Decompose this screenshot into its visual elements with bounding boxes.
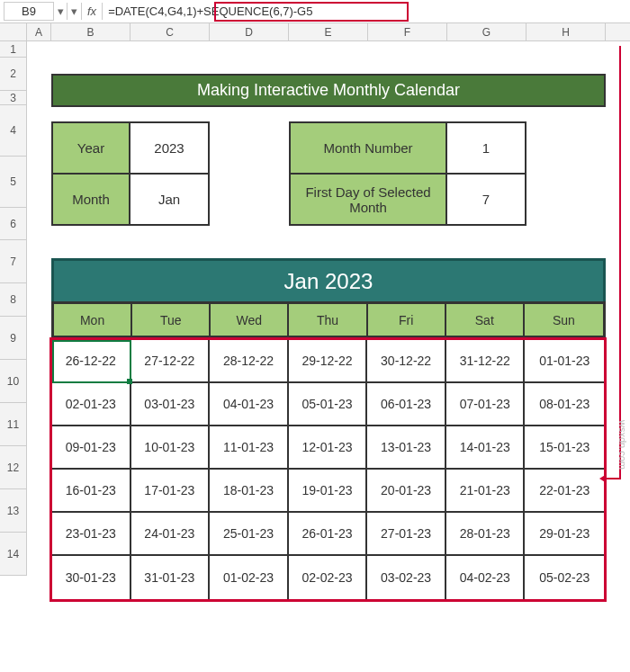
calendar-cell[interactable]: 14-01-23 [446, 426, 526, 470]
calendar-cell[interactable]: 28-12-22 [210, 340, 289, 383]
calendar-cell[interactable]: 22-01-23 [525, 470, 604, 513]
col-header-B[interactable]: B [51, 23, 130, 40]
day-head-tue: Tue [132, 304, 211, 336]
row-header-5[interactable]: 5 [0, 157, 27, 208]
calendar-cell[interactable]: 30-01-23 [52, 556, 131, 599]
calendar-cell[interactable]: 01-02-23 [210, 556, 289, 599]
row-header-3[interactable]: 3 [0, 91, 27, 105]
row-header-9[interactable]: 9 [0, 317, 27, 360]
calendar-cell[interactable]: 26-12-22 [52, 340, 131, 383]
row-header-14[interactable]: 14 [0, 533, 27, 576]
select-all[interactable] [0, 23, 27, 40]
calendar-cell[interactable]: 25-01-23 [210, 513, 289, 556]
month-value[interactable]: Jan [130, 175, 208, 224]
row-header-4[interactable]: 4 [0, 105, 27, 157]
row-header-6[interactable]: 6 [0, 208, 27, 240]
month-number-label: Month Number [291, 123, 447, 173]
calendar-cell[interactable]: 12-01-23 [289, 426, 368, 470]
calendar-cell[interactable]: 27-12-22 [131, 340, 211, 383]
calendar-cell[interactable]: 07-01-23 [446, 383, 526, 426]
calendar-cell[interactable]: 06-01-23 [367, 383, 446, 426]
formula-cancel-icon[interactable]: ▾ [67, 3, 82, 20]
calendar-cell[interactable]: 21-01-23 [446, 470, 526, 513]
calendar-cell[interactable]: 01-01-23 [525, 340, 604, 383]
row-header-11[interactable]: 11 [0, 403, 27, 446]
calendar-cell[interactable]: 11-01-23 [210, 426, 289, 470]
calendar-cell[interactable]: 04-01-23 [210, 383, 289, 426]
info-table-2: Month Number 1 First Day of Selected Mon… [289, 121, 526, 226]
calendar-cell[interactable]: 28-01-23 [446, 513, 526, 556]
day-head-thu: Thu [289, 304, 367, 336]
row-header-13[interactable]: 13 [0, 489, 27, 533]
first-day-label: First Day of Selected Month [291, 175, 447, 224]
calendar-cell[interactable]: 31-12-22 [446, 340, 526, 383]
year-value[interactable]: 2023 [130, 123, 208, 173]
calendar-cell[interactable]: 05-01-23 [289, 383, 368, 426]
info-table-1: Year 2023 Month Jan [51, 121, 210, 226]
calendar-cell[interactable]: 02-01-23 [52, 383, 131, 426]
calendar-cell[interactable]: 17-01-23 [131, 470, 211, 513]
day-head-sat: Sat [446, 304, 525, 336]
column-headers: A B C D E F G H [0, 23, 630, 41]
calendar-cell[interactable]: 05-02-23 [525, 556, 604, 599]
row-header-8[interactable]: 8 [0, 283, 27, 317]
calendar-cell[interactable]: 03-01-23 [131, 383, 211, 426]
calendar-cell[interactable]: 27-01-23 [367, 513, 446, 556]
name-box[interactable]: B9 [4, 2, 54, 21]
calendar-cell[interactable]: 26-01-23 [289, 513, 368, 556]
formula-input[interactable]: =DATE(C4,G4,1)+SEQUENCE(6,7)-G5 [103, 3, 630, 20]
calendar-cell[interactable]: 10-01-23 [131, 426, 211, 470]
calendar-cell[interactable]: 29-12-22 [289, 340, 368, 383]
calendar-cell[interactable]: 03-02-23 [367, 556, 446, 599]
day-head-mon: Mon [54, 304, 132, 336]
row-header-1[interactable]: 1 [0, 41, 27, 58]
day-head-wed: Wed [211, 304, 289, 336]
name-box-dropdown[interactable]: ▾ [54, 4, 67, 18]
col-header-E[interactable]: E [289, 23, 368, 40]
day-header-row: Mon Tue Wed Thu Fri Sat Sun [51, 301, 606, 337]
fx-icon[interactable]: fx [82, 3, 103, 20]
calendar-cell[interactable]: 30-12-22 [367, 340, 446, 383]
calendar-cell[interactable]: 09-01-23 [52, 426, 131, 470]
calendar-cell[interactable]: 31-01-23 [131, 556, 211, 599]
calendar-cell[interactable]: 19-01-23 [289, 470, 368, 513]
watermark: wsxdn.com [617, 420, 628, 470]
calendar-body-spill: 26-12-22 27-12-22 28-12-22 29-12-22 30-1… [50, 337, 607, 602]
col-header-G[interactable]: G [447, 23, 526, 40]
row-header-10[interactable]: 10 [0, 360, 27, 403]
calendar-title: Jan 2023 [51, 258, 606, 301]
calendar-cell[interactable]: 24-01-23 [131, 513, 211, 556]
calendar-cell[interactable]: 13-01-23 [367, 426, 446, 470]
day-head-sun: Sun [525, 304, 603, 336]
row-header-12[interactable]: 12 [0, 446, 27, 489]
callout-arrow-line [605, 478, 621, 479]
col-header-H[interactable]: H [526, 23, 606, 40]
calendar-cell[interactable]: 20-01-23 [367, 470, 446, 513]
month-label: Month [53, 175, 130, 224]
row-headers: 1 2 3 4 5 6 7 8 9 10 11 12 13 14 [0, 41, 27, 576]
col-header-D[interactable]: D [210, 23, 289, 40]
month-number-value[interactable]: 1 [447, 123, 525, 173]
calendar-cell[interactable]: 29-01-23 [525, 513, 604, 556]
year-label: Year [53, 123, 130, 173]
callout-arrow-tip [599, 474, 607, 483]
calendar-cell[interactable]: 04-02-23 [446, 556, 526, 599]
calendar-cell[interactable]: 23-01-23 [52, 513, 131, 556]
row-header-7[interactable]: 7 [0, 240, 27, 283]
col-header-C[interactable]: C [130, 23, 210, 40]
first-day-value[interactable]: 7 [447, 175, 525, 224]
title-banner: Making Interactive Monthly Calendar [51, 74, 606, 107]
calendar-cell[interactable]: 18-01-23 [210, 470, 289, 513]
calendar-cell[interactable]: 15-01-23 [525, 426, 604, 470]
col-header-A[interactable]: A [27, 23, 51, 40]
callout-arrow-line [619, 46, 621, 478]
col-header-F[interactable]: F [368, 23, 447, 40]
day-head-fri: Fri [368, 304, 446, 336]
calendar-cell[interactable]: 02-02-23 [289, 556, 368, 599]
formula-bar: B9 ▾ ▾ fx =DATE(C4,G4,1)+SEQUENCE(6,7)-G… [0, 0, 630, 23]
row-header-2[interactable]: 2 [0, 58, 27, 91]
calendar-cell[interactable]: 16-01-23 [52, 470, 131, 513]
calendar-cell[interactable]: 08-01-23 [525, 383, 604, 426]
